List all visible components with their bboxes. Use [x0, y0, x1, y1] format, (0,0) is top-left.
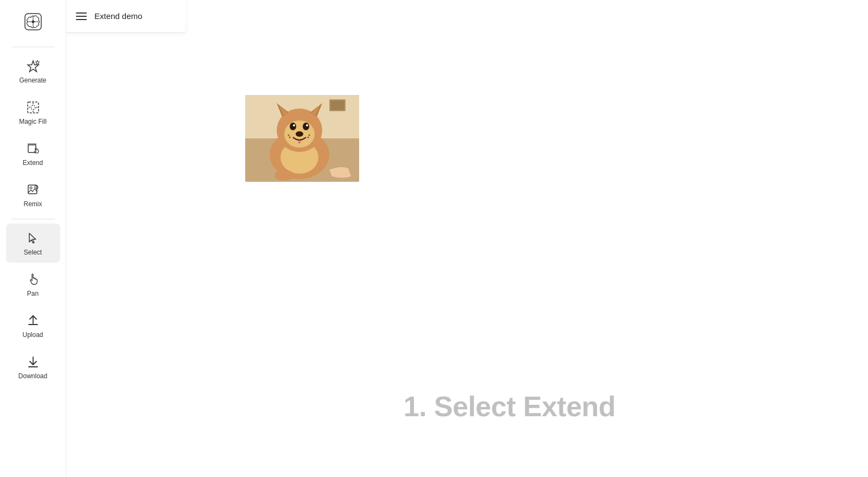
svg-point-26 — [293, 124, 295, 126]
sidebar-item-pan[interactable]: Pan — [6, 265, 60, 304]
svg-point-31 — [289, 137, 291, 138]
sidebar-item-download-label: Download — [18, 372, 47, 380]
canvas-image[interactable] — [245, 95, 359, 182]
svg-marker-5 — [35, 60, 40, 65]
sidebar: Generate Magic Fill Exten — [0, 0, 66, 477]
select-icon — [25, 231, 41, 246]
sidebar-item-download[interactable]: Download — [6, 347, 60, 386]
sidebar-item-generate-label: Generate — [19, 77, 46, 84]
sidebar-item-upload[interactable]: Upload — [6, 306, 60, 345]
logo-icon — [22, 11, 44, 33]
sidebar-item-select[interactable]: Select — [6, 224, 60, 263]
magic-fill-icon — [25, 100, 41, 115]
svg-rect-19 — [330, 100, 344, 110]
main-canvas: 1. Select Extend — [66, 0, 868, 477]
upload-icon — [25, 313, 41, 328]
svg-point-28 — [296, 131, 303, 137]
svg-point-14 — [30, 187, 32, 189]
svg-point-29 — [275, 170, 294, 181]
sidebar-item-upload-label: Upload — [22, 331, 43, 339]
generate-icon — [25, 59, 41, 74]
pan-icon — [25, 272, 41, 287]
sidebar-item-extend-label: Extend — [23, 159, 43, 167]
svg-point-25 — [303, 123, 309, 130]
sidebar-divider-mid — [11, 219, 55, 219]
remix-icon — [25, 182, 41, 198]
extend-icon — [25, 141, 41, 156]
instruction-text: 1. Select Extend — [404, 390, 616, 423]
sidebar-item-remix[interactable]: Remix — [6, 175, 60, 214]
hamburger-menu-button[interactable] — [76, 12, 87, 20]
topbar: Extend demo — [66, 0, 186, 33]
sidebar-item-generate[interactable]: Generate — [6, 52, 60, 91]
svg-point-3 — [31, 21, 34, 23]
download-icon — [25, 354, 41, 370]
svg-point-32 — [309, 135, 310, 136]
sidebar-divider-top — [11, 47, 55, 47]
sidebar-item-pan-label: Pan — [27, 290, 39, 297]
sidebar-item-remix-label: Remix — [23, 200, 42, 208]
sidebar-item-select-label: Select — [24, 249, 42, 256]
topbar-title: Extend demo — [94, 11, 142, 21]
sidebar-item-magic-fill-label: Magic Fill — [19, 118, 47, 125]
svg-point-30 — [288, 135, 290, 136]
svg-point-27 — [306, 124, 308, 126]
sidebar-item-magic-fill[interactable]: Magic Fill — [6, 93, 60, 132]
sidebar-item-extend[interactable]: Extend — [6, 134, 60, 173]
svg-marker-4 — [28, 61, 39, 72]
svg-point-33 — [308, 137, 309, 138]
svg-point-24 — [290, 123, 296, 130]
svg-point-7 — [31, 105, 35, 110]
logo-area — [0, 5, 66, 38]
